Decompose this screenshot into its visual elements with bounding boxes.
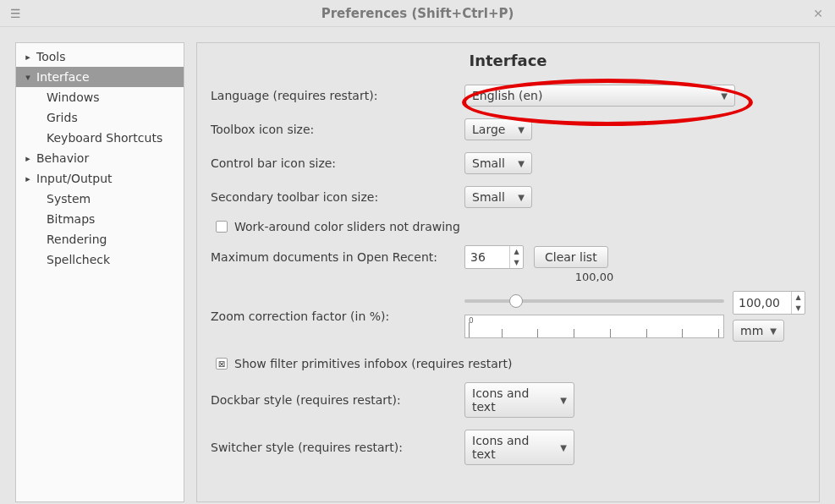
hamburger-icon[interactable]: ☰: [10, 8, 21, 19]
show-filter-label: Show filter primitives infobox (requires…: [234, 357, 512, 370]
zoom-value-spinner[interactable]: 100,00 ▲▼: [733, 291, 805, 315]
row-max-recent: Maximum documents in Open Recent: 36 ▲▼ …: [211, 245, 805, 269]
dockbar-dropdown[interactable]: Icons and text ▼: [464, 382, 574, 418]
max-recent-spinner[interactable]: 36 ▲▼: [464, 245, 524, 269]
tree-item-interface[interactable]: ▾Interface: [16, 67, 184, 87]
tree-item-grids[interactable]: Grids: [16, 107, 184, 128]
language-value: English (en): [472, 89, 542, 102]
tree-item-label: Keyboard Shortcuts: [47, 131, 162, 145]
language-dropdown[interactable]: English (en) ▼: [464, 85, 735, 107]
chevron-down-icon: ▼: [518, 159, 525, 168]
toolbox-icon-label: Toolbox icon size:: [211, 123, 464, 136]
preferences-tree[interactable]: ▸Tools▾InterfaceWindowsGridsKeyboard Sho…: [15, 42, 184, 502]
max-recent-label: Maximum documents in Open Recent:: [211, 250, 464, 264]
toolbox-icon-value: Large: [472, 123, 505, 136]
tree-item-label: Behavior: [36, 151, 89, 165]
ruler-unit-dropdown[interactable]: mm ▼: [733, 320, 784, 342]
chevron-down-icon: ▼: [721, 91, 728, 101]
row-secondary-toolbar: Secondary toolbar icon size: Small ▼: [211, 186, 805, 208]
triangle-down-icon[interactable]: ▾: [23, 72, 33, 83]
tree-item-spellcheck[interactable]: Spellcheck: [16, 249, 184, 270]
zoom-value[interactable]: 100,00: [733, 292, 791, 314]
tree-item-windows[interactable]: Windows: [16, 87, 184, 107]
row-zoom: Zoom correction factor (in %): 100,00 0: [211, 291, 805, 342]
tree-item-label: Input/Output: [36, 172, 113, 185]
dockbar-label: Dockbar style (requires restart):: [211, 393, 464, 407]
chevron-down-icon: ▼: [518, 125, 525, 134]
triangle-right-icon[interactable]: ▸: [23, 173, 33, 184]
tree-item-tools[interactable]: ▸Tools: [16, 47, 184, 67]
triangle-right-icon[interactable]: ▸: [23, 153, 33, 164]
tree-item-label: Bitmaps: [47, 212, 95, 226]
controlbar-icon-dropdown[interactable]: Small ▼: [464, 152, 532, 174]
switcher-label: Switcher style (requires restart):: [211, 441, 464, 454]
titlebar: ☰ Preferences (Shift+Ctrl+P) ✕: [0, 0, 835, 27]
tree-item-label: Spellcheck: [47, 253, 110, 266]
controlbar-icon-value: Small: [472, 156, 505, 170]
tree-item-label: Interface: [36, 70, 90, 84]
window-body: ▸Tools▾InterfaceWindowsGridsKeyboard Sho…: [0, 27, 835, 504]
row-workaround: Work-around color sliders not drawing: [216, 220, 805, 233]
spinner-arrows[interactable]: ▲▼: [791, 292, 805, 314]
panel-heading: Interface: [211, 52, 805, 69]
zoom-label: Zoom correction factor (in %):: [211, 310, 464, 323]
zoom-ruler: 0: [464, 315, 724, 338]
ruler-unit-value: mm: [740, 324, 763, 337]
chevron-down-icon: ▼: [560, 396, 567, 405]
row-switcher: Switcher style (requires restart): Icons…: [211, 430, 805, 465]
chevron-down-icon: ▼: [518, 193, 525, 202]
clear-list-button[interactable]: Clear list: [534, 246, 608, 268]
secondary-toolbar-dropdown[interactable]: Small ▼: [464, 186, 532, 208]
tree-item-label: Grids: [47, 111, 78, 124]
show-filter-checkbox[interactable]: ⊠: [216, 358, 228, 370]
slider-thumb-icon[interactable]: [509, 294, 523, 308]
dockbar-value: Icons and text: [472, 386, 553, 414]
row-language: Language (requires restart): English (en…: [211, 85, 805, 107]
tree-item-keyboard-shortcuts[interactable]: Keyboard Shortcuts: [16, 128, 184, 148]
triangle-right-icon[interactable]: ▸: [23, 52, 33, 63]
secondary-toolbar-value: Small: [472, 190, 505, 204]
preferences-panel: Interface Language (requires restart): E…: [196, 42, 820, 502]
switcher-dropdown[interactable]: Icons and text ▼: [464, 430, 574, 465]
switcher-value: Icons and text: [472, 434, 553, 461]
tree-item-input-output[interactable]: ▸Input/Output: [16, 168, 184, 189]
toolbox-icon-dropdown[interactable]: Large ▼: [464, 118, 532, 140]
zoom-slider-value-label: 100,00: [575, 271, 614, 283]
chevron-down-icon: ▼: [560, 443, 567, 452]
max-recent-value[interactable]: 36: [465, 246, 509, 268]
row-toolbox-icon: Toolbox icon size: Large ▼: [211, 118, 805, 140]
tree-item-rendering[interactable]: Rendering: [16, 229, 184, 249]
controlbar-icon-label: Control bar icon size:: [211, 156, 464, 170]
language-label: Language (requires restart):: [211, 89, 464, 102]
row-dockbar: Dockbar style (requires restart): Icons …: [211, 382, 805, 418]
tree-item-behavior[interactable]: ▸Behavior: [16, 148, 184, 168]
row-show-filter: ⊠ Show filter primitives infobox (requir…: [216, 357, 805, 370]
workaround-label: Work-around color sliders not drawing: [234, 220, 460, 233]
workaround-checkbox[interactable]: [216, 221, 228, 233]
tree-item-system[interactable]: System: [16, 189, 184, 209]
window-title: Preferences (Shift+Ctrl+P): [0, 6, 835, 21]
secondary-toolbar-label: Secondary toolbar icon size:: [211, 190, 464, 204]
tree-item-label: System: [47, 192, 91, 205]
zoom-slider[interactable]: 100,00: [464, 291, 724, 311]
tree-item-label: Rendering: [47, 233, 107, 246]
spinner-arrows[interactable]: ▲▼: [509, 246, 523, 268]
chevron-down-icon: ▼: [770, 326, 777, 336]
tree-item-bitmaps[interactable]: Bitmaps: [16, 209, 184, 229]
tree-item-label: Tools: [36, 50, 66, 63]
tree-item-label: Windows: [47, 90, 100, 104]
row-controlbar-icon: Control bar icon size: Small ▼: [211, 152, 805, 174]
close-icon[interactable]: ✕: [813, 7, 823, 20]
